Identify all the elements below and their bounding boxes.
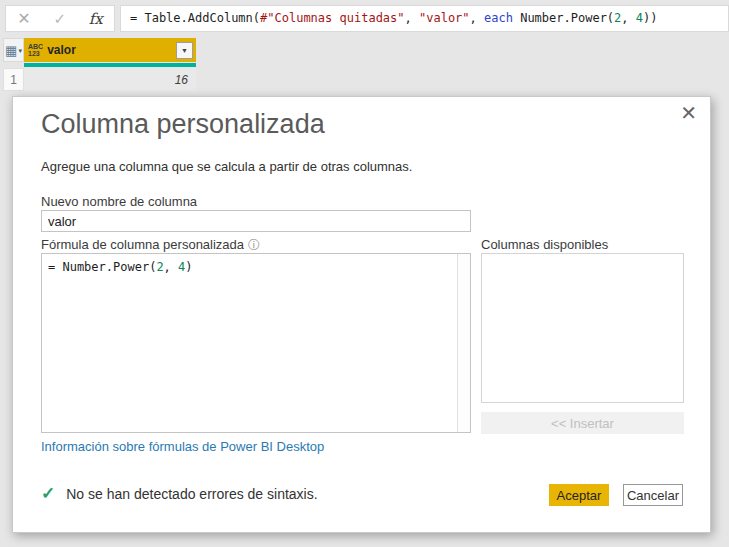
- new-column-name-label: Nuevo nombre de columna: [41, 194, 197, 209]
- confirm-icon[interactable]: ✓: [53, 11, 66, 26]
- checkmark-icon: ✓: [41, 485, 55, 502]
- formula-editor-text[interactable]: = Number.Power(2, 4): [42, 254, 456, 280]
- query-preview-table: ▦ ▾ ABC 123 valor ▼ 1 16: [3, 38, 196, 91]
- insert-button[interactable]: << Insertar: [481, 412, 684, 434]
- column-header-label: valor: [47, 43, 172, 57]
- new-column-name-input[interactable]: [41, 210, 471, 232]
- formula-editor[interactable]: = Number.Power(2, 4): [41, 253, 471, 433]
- row-value-cell[interactable]: 16: [24, 68, 196, 91]
- column-filter-button[interactable]: ▼: [176, 42, 193, 59]
- filter-caret-icon: ▼: [181, 47, 188, 54]
- available-columns-label: Columnas disponibles: [481, 237, 608, 252]
- close-icon[interactable]: ✕: [680, 103, 697, 123]
- type-icon-abc: ABC: [28, 43, 43, 50]
- cancel-button[interactable]: Cancelar: [623, 484, 683, 506]
- formula-help-link[interactable]: Información sobre fórmulas de Power BI D…: [41, 439, 324, 454]
- table-header-row: ▦ ▾ ABC 123 valor ▼: [3, 38, 196, 62]
- dialog-title: Columna personalizada: [41, 109, 325, 140]
- formula-bar-input[interactable]: = Table.AddColumn(#"Columnas quitadas", …: [120, 5, 729, 32]
- table-row: 1 16: [3, 68, 196, 91]
- type-icon-123: 123: [28, 50, 43, 57]
- fx-icon[interactable]: fx: [89, 10, 103, 28]
- formula-toolbar: ✕ ✓ fx: [5, 5, 115, 32]
- formula-label: Fórmula de columna personalizadaⓘ: [41, 237, 260, 254]
- syntax-status: ✓ No se han detectado errores de sintaxi…: [41, 485, 318, 502]
- formula-label-text: Fórmula de columna personalizada: [41, 237, 244, 252]
- custom-column-dialog: ✕ Columna personalizada Agregue una colu…: [12, 96, 711, 533]
- row-number-cell[interactable]: 1: [3, 68, 24, 91]
- select-all-button[interactable]: ▦ ▾: [3, 38, 24, 62]
- available-columns-listbox[interactable]: [481, 253, 684, 403]
- cancel-icon[interactable]: ✕: [17, 11, 30, 27]
- column-header-valor[interactable]: ABC 123 valor ▼: [24, 38, 196, 62]
- syntax-status-text: No se han detectado errores de sintaxis.: [66, 486, 317, 502]
- chevron-down-icon: ▾: [18, 47, 22, 54]
- accept-button[interactable]: Aceptar: [549, 484, 609, 506]
- info-icon[interactable]: ⓘ: [248, 238, 260, 252]
- column-type-icon[interactable]: ABC 123: [28, 43, 43, 57]
- formula-editor-scrollbar[interactable]: [457, 254, 470, 432]
- selected-column-indicator: [24, 63, 196, 67]
- table-grid-icon: ▦: [5, 44, 17, 57]
- dialog-subtitle: Agregue una columna que se calcula a par…: [41, 159, 412, 174]
